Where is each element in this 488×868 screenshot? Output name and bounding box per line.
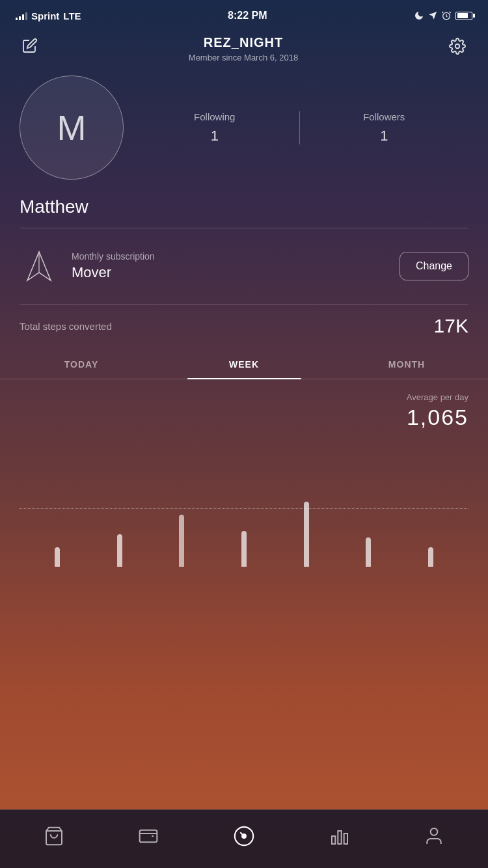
svg-rect-10 — [332, 836, 335, 844]
wallet-icon — [138, 826, 159, 847]
status-time: 8:22 PM — [228, 10, 267, 21]
chart-area — [20, 450, 468, 567]
stats-container: Following 1 Followers 1 — [130, 105, 468, 151]
moon-icon — [414, 10, 424, 21]
tab-month[interactable]: MONTH — [325, 350, 488, 379]
avatar: M — [20, 75, 124, 180]
followers-count: 1 — [300, 128, 469, 144]
edit-button[interactable] — [20, 35, 40, 58]
tab-week[interactable]: WEEK — [163, 350, 325, 379]
nav-item-leaderboard[interactable] — [316, 819, 363, 853]
alarm-icon — [441, 10, 452, 21]
svg-point-3 — [455, 44, 460, 49]
network-type: LTE — [63, 10, 81, 21]
svg-marker-1 — [429, 12, 437, 20]
chart-bar — [428, 547, 433, 567]
nav-item-dashboard[interactable] — [220, 819, 268, 854]
subscription-type-label: Monthly subscription — [72, 251, 386, 262]
person-icon — [424, 826, 444, 847]
location-icon — [428, 11, 437, 20]
subscription-section: Monthly subscription Mover Change — [0, 228, 488, 304]
leaderboard-icon — [329, 826, 350, 847]
chart-bar — [241, 531, 247, 567]
nav-item-wallet[interactable] — [125, 819, 172, 853]
chart-bars — [20, 450, 468, 567]
chart-section: Average per day 1,065 — [0, 379, 488, 573]
settings-button[interactable] — [446, 35, 468, 59]
nav-item-shop[interactable] — [31, 819, 77, 853]
svg-rect-7 — [140, 830, 157, 842]
following-stat[interactable]: Following 1 — [130, 105, 299, 151]
username-display: REZ_NIGHT — [189, 35, 298, 50]
header-center: REZ_NIGHT Member since March 6, 2018 — [189, 35, 298, 62]
subscription-info: Monthly subscription Mover — [72, 251, 386, 281]
chart-bar — [304, 502, 309, 567]
avg-label: Average per day — [20, 392, 468, 402]
tabs-container: TODAY WEEK MONTH — [0, 350, 488, 379]
profile-header: REZ_NIGHT Member since March 6, 2018 — [0, 29, 488, 75]
carrier-info: Sprint LTE — [16, 10, 81, 21]
svg-point-9 — [242, 834, 246, 838]
profile-section: M Following 1 Followers 1 — [0, 75, 488, 193]
signal-icon — [16, 11, 27, 20]
steps-section: Total steps converted 17K — [0, 305, 488, 350]
status-icons — [414, 10, 472, 21]
status-bar: Sprint LTE 8:22 PM — [0, 0, 488, 29]
chart-bar — [179, 515, 184, 567]
nav-item-profile[interactable] — [411, 819, 457, 853]
svg-point-13 — [431, 828, 438, 835]
battery-icon — [455, 12, 472, 20]
steps-label: Total steps converted — [20, 321, 112, 332]
profile-name: Matthew — [0, 193, 488, 228]
shop-icon — [44, 826, 64, 847]
followers-label: Followers — [300, 111, 469, 122]
svg-rect-12 — [344, 834, 347, 844]
carrier-name: Sprint — [31, 10, 59, 21]
followers-stat[interactable]: Followers 1 — [300, 105, 469, 151]
following-count: 1 — [130, 128, 299, 144]
avatar-letter: M — [57, 107, 87, 148]
gauge-icon — [233, 825, 255, 847]
mover-icon — [20, 247, 59, 286]
svg-rect-11 — [338, 831, 341, 844]
chart-bar — [117, 534, 122, 567]
chart-bar — [55, 547, 60, 567]
steps-value: 17K — [434, 315, 468, 337]
member-since: Member since March 6, 2018 — [189, 53, 298, 62]
tab-today[interactable]: TODAY — [0, 350, 163, 379]
bottom-nav — [0, 809, 488, 868]
avg-value: 1,065 — [20, 405, 468, 430]
chart-bar — [366, 537, 371, 567]
following-label: Following — [130, 111, 299, 122]
subscription-plan: Mover — [72, 264, 386, 281]
change-plan-button[interactable]: Change — [400, 252, 468, 280]
